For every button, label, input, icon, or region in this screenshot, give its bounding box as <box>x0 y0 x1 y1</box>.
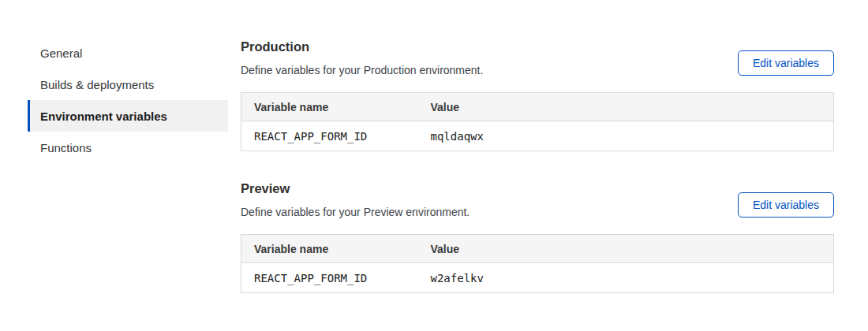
sidebar-item-label: Environment variables <box>40 110 167 123</box>
sidebar-item-functions[interactable]: Functions <box>28 132 228 163</box>
sidebar-item-builds-deployments[interactable]: Builds & deployments <box>28 69 228 100</box>
column-header-value: Value <box>418 235 834 263</box>
sidebar-item-environment-variables[interactable]: Environment variables <box>28 100 228 132</box>
sidebar-item-label: Builds & deployments <box>40 78 154 91</box>
production-edit-variables-button[interactable]: Edit variables <box>738 50 834 76</box>
table-row: REACT_APP_FORM_ID mqldaqwx <box>241 121 834 151</box>
sidebar-item-label: General <box>40 46 82 60</box>
variable-value-cell: w2afelkv <box>418 263 834 293</box>
sidebar-item-general[interactable]: General <box>28 37 228 69</box>
production-section: Production Define variables for your Pro… <box>241 39 834 151</box>
variable-name-cell: REACT_APP_FORM_ID <box>241 121 418 151</box>
environment-variables-content: Production Define variables for your Pro… <box>241 0 834 293</box>
preview-section: Preview Define variables for your Previe… <box>241 180 834 293</box>
settings-page: General Builds & deployments Environment… <box>0 0 868 293</box>
sidebar-item-label: Functions <box>40 141 92 154</box>
column-header-variable-name: Variable name <box>241 235 418 263</box>
table-header-row: Variable name Value <box>241 93 834 121</box>
variable-value-cell: mqldaqwx <box>418 121 834 151</box>
column-header-variable-name: Variable name <box>241 93 418 121</box>
table-row: REACT_APP_FORM_ID w2afelkv <box>241 263 834 293</box>
production-variables-table: Variable name Value REACT_APP_FORM_ID mq… <box>241 92 834 151</box>
settings-sidebar: General Builds & deployments Environment… <box>28 0 228 293</box>
variable-name-cell: REACT_APP_FORM_ID <box>241 263 418 293</box>
table-header-row: Variable name Value <box>241 235 834 263</box>
preview-variables-table: Variable name Value REACT_APP_FORM_ID w2… <box>241 234 834 293</box>
preview-edit-variables-button[interactable]: Edit variables <box>738 192 834 218</box>
column-header-value: Value <box>418 93 834 121</box>
